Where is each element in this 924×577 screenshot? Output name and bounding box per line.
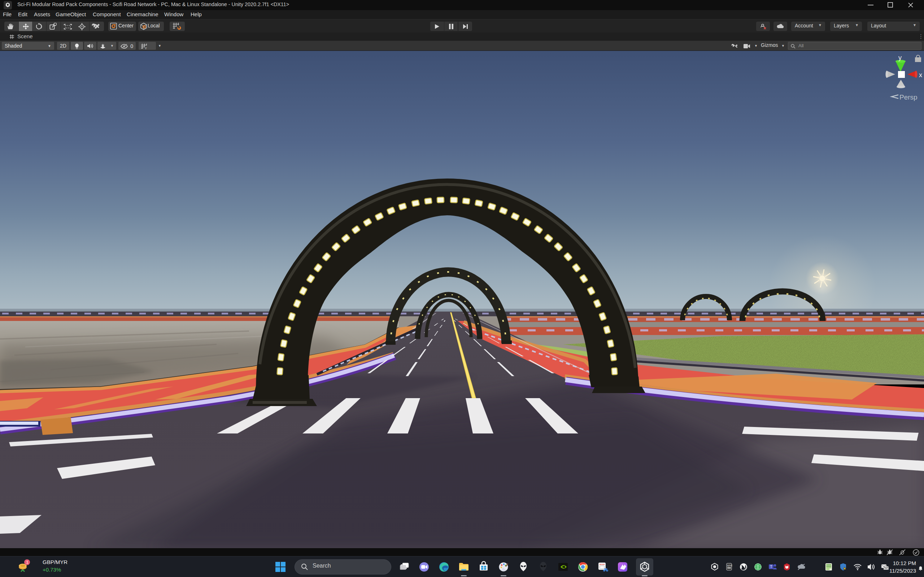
svg-text:1: 1 [26,560,29,564]
svg-text:x: x [919,71,922,79]
svg-text:Persp: Persp [900,93,918,101]
svg-text:y: y [898,54,901,61]
svg-text:EPIC: EPIC [727,564,733,567]
svg-text:!: ! [844,567,844,570]
svg-text:Y: Y [145,47,147,50]
svg-text:T: T [770,565,772,569]
